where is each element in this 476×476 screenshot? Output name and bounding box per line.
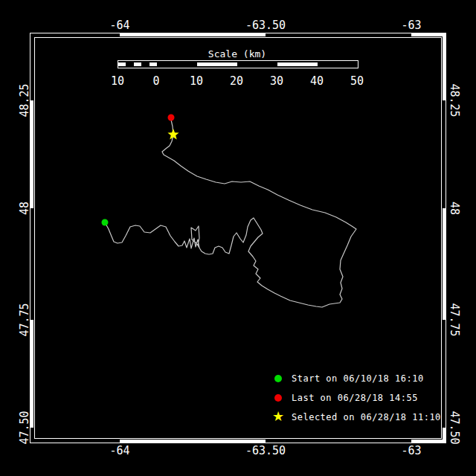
start-marker[interactable]	[102, 219, 109, 226]
selected-star-icon: ★	[272, 410, 284, 423]
last-marker[interactable]	[168, 115, 175, 121]
gps-track-line	[105, 120, 356, 307]
legend-last-label: Last on 06/28/18 14:55	[292, 393, 418, 403]
start-dot-icon	[274, 375, 282, 382]
last-dot-icon	[274, 394, 282, 402]
track-map-viewer: -64-63.50-63-64-63.50-6348.254847.7547.5…	[0, 0, 476, 476]
legend-selected-label: Selected on 06/28/18 11:10	[292, 412, 441, 422]
legend-start-label: Start on 06/10/18 16:10	[292, 373, 424, 384]
map-plot-area[interactable]	[0, 0, 476, 476]
selected-marker[interactable]	[167, 129, 178, 140]
